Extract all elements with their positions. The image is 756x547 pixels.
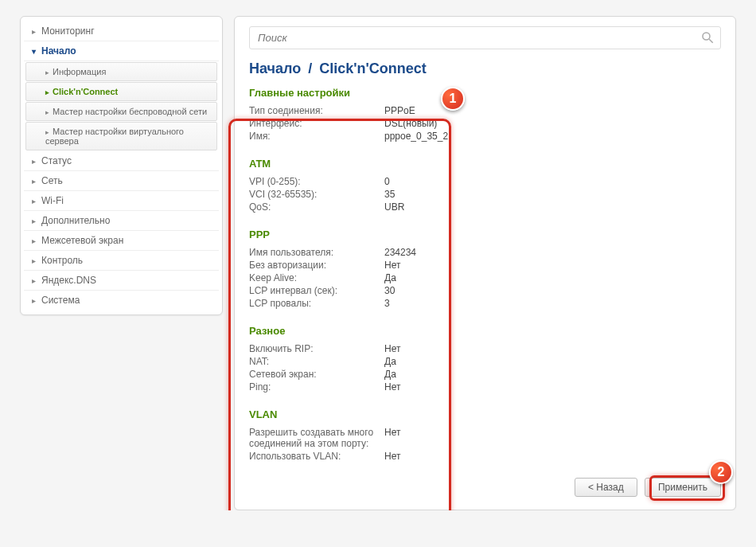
sidebar-subnav: ▸Информация▸Click'n'Connect▸Мастер настр… (24, 62, 219, 150)
setting-row: NAT:Да (249, 356, 721, 367)
setting-row: LCP интервал (сек):30 (249, 285, 721, 296)
chevron-right-icon: ▸ (32, 197, 38, 205)
sidebar-item-label: Статус (41, 155, 72, 166)
setting-label: VCI (32-65535): (249, 189, 384, 200)
svg-line-1 (709, 39, 713, 43)
setting-value: pppoe_0_35_2 (384, 131, 448, 142)
sidebar-item-firewall[interactable]: ▸Межсетевой экран (24, 231, 219, 251)
breadcrumb: Начало / Click'n'Connect (249, 61, 721, 77)
setting-label: Разрешить создавать много соединений на … (249, 427, 384, 449)
sidebar-item-status[interactable]: ▸Статус (24, 151, 219, 171)
setting-row: Тип соединения:PPPoE (249, 105, 721, 116)
sidebar-item-label: Мониторинг (41, 25, 95, 37)
setting-value: Да (384, 369, 396, 380)
sidebar-item-label: Межсетевой экран (41, 235, 123, 246)
setting-label: QoS: (249, 201, 384, 213)
breadcrumb-root[interactable]: Начало (249, 61, 301, 76)
settings-section: PPPИмя пользователя:234234Без авторизаци… (249, 229, 721, 309)
setting-row: Без авторизации:Нет (249, 260, 721, 271)
setting-label: Интерфейс: (249, 118, 384, 129)
setting-row: VCI (32-65535):35 (249, 189, 721, 200)
setting-value: Да (384, 356, 396, 367)
apply-button[interactable]: Применить (645, 478, 721, 497)
settings-section: РазноеВключить RIP:НетNAT:ДаСетевой экра… (249, 325, 721, 393)
setting-label: Тип соединения: (249, 105, 384, 116)
setting-row: Имя:pppoe_0_35_2 (249, 131, 721, 142)
setting-label: Включить RIP: (249, 343, 384, 354)
setting-value: UBR (384, 201, 404, 213)
sidebar-item-label: Сеть (41, 175, 63, 186)
setting-row: Использовать VLAN:Нет (249, 451, 721, 462)
settings-section: ATMVPI (0-255):0VCI (32-65535):35QoS:UBR (249, 158, 721, 213)
setting-row: QoS:UBR (249, 201, 721, 213)
back-button[interactable]: < Назад (575, 478, 637, 497)
sidebar-item-label: Начало (41, 45, 76, 57)
setting-label: LCP провалы: (249, 298, 384, 309)
setting-value: Да (384, 272, 396, 283)
sidebar-item-info[interactable]: ▸Информация (25, 62, 217, 81)
setting-row: Имя пользователя:234234 (249, 247, 721, 258)
sidebar-item-label: Wi-Fi (41, 195, 64, 206)
sidebar-item-wifi[interactable]: ▸Wi-Fi (24, 191, 219, 211)
setting-value: PPPoE (384, 105, 415, 116)
setting-label: Без авторизации: (249, 260, 384, 271)
sidebar-item-advanced[interactable]: ▸Дополнительно (24, 211, 219, 231)
setting-label: Сетевой экран: (249, 369, 384, 380)
chevron-down-icon: ▾ (32, 47, 38, 56)
sidebar-item-yandexdns[interactable]: ▸Яндекс.DNS (24, 271, 219, 291)
chevron-right-icon: ▸ (45, 128, 49, 136)
setting-row: Сетевой экран:Да (249, 369, 721, 380)
chevron-right-icon: ▸ (32, 236, 38, 245)
setting-label: Keep Alive: (249, 272, 384, 283)
sidebar-item-label: Мастер настройки беспроводной сети (53, 107, 207, 116)
setting-value: Нет (384, 427, 400, 449)
setting-label: Имя пользователя: (249, 247, 384, 258)
setting-value: 30 (384, 285, 395, 296)
chevron-right-icon: ▸ (32, 157, 38, 166)
setting-row: Интерфейс:DSL(новый) (249, 118, 721, 129)
chevron-right-icon: ▸ (32, 177, 38, 186)
chevron-right-icon: ▸ (45, 88, 49, 96)
setting-label: NAT: (249, 356, 384, 367)
search-input[interactable] (249, 26, 721, 49)
sidebar-item-monitoring[interactable]: ▸Мониторинг (24, 21, 219, 41)
breadcrumb-separator: / (305, 61, 315, 76)
section-title: Главные настройки (249, 87, 721, 99)
setting-row: Ping:Нет (249, 381, 721, 393)
sidebar-item-network[interactable]: ▸Сеть (24, 171, 219, 191)
setting-value: DSL(новый) (384, 118, 437, 129)
setting-value: 234234 (384, 247, 416, 258)
sidebar-item-label: Дополнительно (41, 215, 110, 226)
sidebar-item-label: Система (41, 295, 80, 306)
svg-point-0 (703, 33, 710, 40)
setting-value: Нет (384, 260, 400, 271)
chevron-right-icon: ▸ (32, 296, 38, 305)
sidebar-panel: ▸Мониторинг▾Начало▸Информация▸Click'n'Co… (20, 16, 223, 315)
setting-value: Нет (384, 381, 400, 393)
sidebar-item-start[interactable]: ▾Начало (24, 41, 219, 61)
setting-value: Нет (384, 451, 400, 462)
settings-section: Главные настройкиТип соединения:PPPoEИнт… (249, 87, 721, 142)
sidebar-item-clicknconnect[interactable]: ▸Click'n'Connect (25, 82, 217, 101)
chevron-right-icon: ▸ (32, 27, 38, 36)
settings-section: VLANРазрешить создавать много соединений… (249, 408, 721, 462)
setting-label: Использовать VLAN: (249, 451, 384, 462)
section-title: VLAN (249, 408, 721, 420)
sidebar-item-label: Контроль (41, 255, 83, 266)
sidebar-item-wifi-wizard[interactable]: ▸Мастер настройки беспроводной сети (25, 102, 217, 121)
sidebar-item-label: Информация (53, 67, 106, 76)
chevron-right-icon: ▸ (45, 108, 49, 116)
app-root: ▸Мониторинг▾Начало▸Информация▸Click'n'Co… (20, 16, 736, 510)
setting-label: VPI (0-255): (249, 176, 384, 187)
breadcrumb-current: Click'n'Connect (319, 61, 427, 76)
sidebar-item-control[interactable]: ▸Контроль (24, 251, 219, 271)
setting-value: 3 (384, 298, 390, 309)
setting-label: Ping: (249, 381, 384, 393)
sidebar-item-system[interactable]: ▸Система (24, 291, 219, 310)
setting-row: LCP провалы:3 (249, 298, 721, 309)
setting-row: Keep Alive:Да (249, 272, 721, 283)
setting-row: Включить RIP:Нет (249, 343, 721, 354)
settings-panel: Главные настройкиТип соединения:PPPoEИнт… (249, 87, 721, 462)
sidebar-item-vserver-wizard[interactable]: ▸Мастер настройки виртуального сервера (25, 122, 217, 150)
sidebar-item-label: Яндекс.DNS (41, 275, 96, 286)
